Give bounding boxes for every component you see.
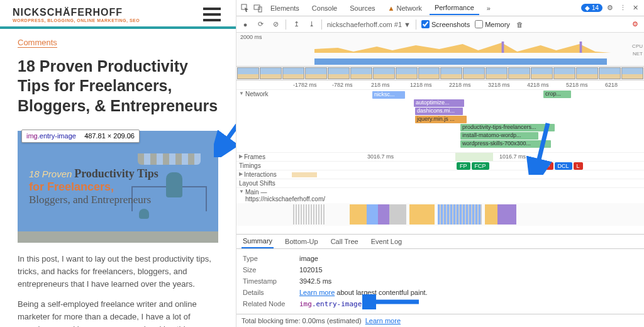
summary-tabs: Summary Bottom-Up Call Tree Event Log <box>236 234 644 249</box>
screenshots-checkbox[interactable]: Screenshots <box>421 20 470 28</box>
tab-network[interactable]: ▲ Network <box>383 2 427 14</box>
time-ruler: -1782 ms-782 ms218 ms1218 ms2218 ms3218 … <box>236 80 644 90</box>
summary-panel: Typeimage Size102015 Timestamp3942.5 ms … <box>236 249 644 314</box>
main-track: ▼Main — https://nickschaeferhoff.com/ <box>236 188 644 203</box>
svg-line-0 <box>223 88 236 145</box>
annotation-arrow <box>362 294 425 309</box>
issues-badge[interactable]: ◆ 14 <box>581 4 602 12</box>
subtab-calltree[interactable]: Call Tree <box>330 235 360 248</box>
record-icon[interactable]: ● <box>240 19 250 30</box>
timing-fp[interactable]: FP <box>457 162 470 170</box>
tab-console[interactable]: Console <box>307 2 342 14</box>
devtools-footer: Total blocking time: 0.00ms (estimated) … <box>236 314 644 327</box>
reload-icon[interactable]: ⟳ <box>255 19 265 30</box>
hero-image: 18 Proven Productivity Tips for Freelanc… <box>18 131 218 243</box>
logo-text: NICKSCHÄFERHOFF <box>13 7 140 18</box>
hero-line2: for Freelancers, <box>29 180 158 194</box>
flame-chart-area[interactable]: -1782 ms-782 ms218 ms1218 ms2218 ms3218 … <box>236 80 644 234</box>
webpage-preview: NICKSCHÄFERHOFF WORDPRESS, BLOGGING, ONL… <box>0 0 236 327</box>
paragraph: Being a self-employed freelance writer a… <box>18 298 218 327</box>
frame-duration: 3016.7 ms <box>367 153 394 160</box>
learn-more-link[interactable]: Learn more <box>365 317 401 324</box>
memory-checkbox[interactable]: Memory <box>475 20 510 28</box>
overview-timeline[interactable]: 2000 ms CPU NET <box>236 33 644 67</box>
related-node-link[interactable]: img.entry-image <box>299 300 362 308</box>
network-bar[interactable]: autoptimize... <box>414 99 464 107</box>
summary-timestamp: 3942.5 ms <box>299 277 331 285</box>
main-flame[interactable] <box>236 203 644 226</box>
timing-l[interactable]: L <box>574 162 583 170</box>
net-label: NET <box>632 50 643 58</box>
perf-toolbar: ● ⟳ ⊘ ↥ ⤓ nickschaeferhoff.com #1 ▼ Scre… <box>236 16 644 33</box>
devtools-top-tabs: Elements Console Sources ▲ Network Perfo… <box>236 0 644 16</box>
subtab-eventlog[interactable]: Event Log <box>370 235 404 248</box>
subtab-bottomup[interactable]: Bottom-Up <box>284 235 319 248</box>
tab-elements[interactable]: Elements <box>265 2 304 14</box>
network-bar[interactable]: nicksc... <box>372 91 405 99</box>
upload-icon[interactable]: ↥ <box>291 19 301 30</box>
ruler-tick: 2000 ms <box>240 34 262 40</box>
tab-sources[interactable]: Sources <box>345 2 380 14</box>
perf-settings-icon[interactable]: ⚙ <box>630 19 640 30</box>
clear-icon[interactable]: ⊘ <box>270 19 280 30</box>
summary-type: image <box>299 255 318 262</box>
filmstrip[interactable] <box>236 67 644 80</box>
menu-icon[interactable] <box>201 5 223 24</box>
hero-line3: Bloggers, and Entrepreneurs <box>29 194 158 206</box>
inspect-icon[interactable] <box>240 3 250 13</box>
annotation-arrow <box>214 82 236 157</box>
svg-rect-5 <box>580 42 582 53</box>
interactions-track: ▶Interactions <box>236 170 644 179</box>
tabs-more[interactable]: » <box>482 2 496 14</box>
network-track: ▼Network nicksc... autoptimize... dashic… <box>236 90 644 153</box>
layout-shifts-track: Layout Shifts <box>236 179 644 188</box>
subtab-summary[interactable]: Summary <box>242 235 274 248</box>
paragraph: In this post, I want to lay out the best… <box>18 253 218 291</box>
svg-line-6 <box>537 123 548 167</box>
element-tooltip: img.entry-image 487.81 × 209.06 <box>21 130 140 143</box>
blocking-time: Total blocking time: 0.00ms (estimated) <box>242 317 362 324</box>
network-bar[interactable]: jquery.min.js ... <box>415 116 467 123</box>
timing-fcp[interactable]: FCP <box>472 162 489 170</box>
tab-performance[interactable]: Performance <box>430 1 479 15</box>
close-icon[interactable]: ✕ <box>630 3 640 13</box>
network-bar[interactable]: crop... <box>543 91 571 98</box>
timings-track: Timings FPFCP LCPDCLL <box>236 162 644 170</box>
gear-icon[interactable]: ⚙ <box>605 3 615 13</box>
page-title: 18 Proven Productivity Tips for Freelanc… <box>18 57 218 116</box>
frame-duration: 1016.7 ms <box>499 153 526 160</box>
learn-more-link[interactable]: Learn more <box>299 289 335 296</box>
frames-track: ▶Frames 3016.7 ms 633.3 ms 1016.7 ms <box>236 153 644 162</box>
recording-url[interactable]: nickschaeferhoff.com #1 ▼ <box>327 21 411 28</box>
cpu-label: CPU <box>632 43 643 50</box>
annotation-arrow <box>526 118 557 175</box>
trash-icon[interactable]: 🗑 <box>515 19 525 30</box>
hero-line1-pre: 18 Proven <box>29 169 72 179</box>
hero-line1-bold: Productivity Tips <box>74 167 158 180</box>
site-logo: NICKSCHÄFERHOFF WORDPRESS, BLOGGING, ONL… <box>13 7 140 23</box>
comments-link[interactable]: Comments <box>18 38 57 48</box>
kebab-icon[interactable]: ⋮ <box>618 3 628 13</box>
logo-subtitle: WORDPRESS, BLOGGING, ONLINE MARKETING, S… <box>13 18 140 23</box>
download-icon[interactable]: ⤓ <box>306 19 316 30</box>
network-bar[interactable]: dashicons.mi... <box>415 108 463 115</box>
summary-size: 102015 <box>299 266 323 274</box>
device-icon[interactable] <box>253 3 263 13</box>
svg-rect-4 <box>502 42 504 53</box>
devtools-panel: Elements Console Sources ▲ Network Perfo… <box>236 0 644 327</box>
